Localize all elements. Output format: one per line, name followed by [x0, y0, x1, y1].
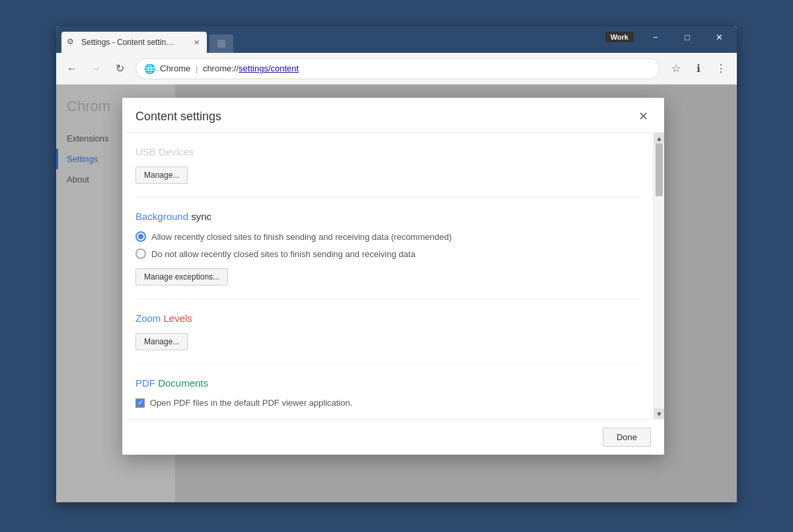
radio-disallow-sync-label: Do not allow recently closed sites to fi… [151, 249, 416, 259]
work-badge: Work [605, 32, 634, 42]
radio-allow-sync[interactable]: Allow recently closed sites to finish se… [135, 231, 640, 242]
tab-close-button[interactable]: ✕ [191, 37, 202, 48]
radio-allow-sync-input[interactable] [135, 231, 146, 242]
bg-sync-title-rest: sync [188, 211, 211, 222]
modal-title: Content settings [135, 110, 221, 124]
zoom-title-word2: Levels [161, 313, 192, 324]
modal-body: USB Devices Manage... Background sync Al [122, 133, 664, 419]
modal-scrollbar[interactable]: ▲ ▼ [654, 133, 664, 419]
page-area: Chrom Extensions Settings About Content … [56, 85, 737, 502]
address-text: Chrome | chrome://settings/content [160, 63, 652, 73]
browser-tab[interactable]: ⚙ Settings - Content settin… ✕ [61, 32, 207, 53]
maximize-button[interactable]: □ [672, 26, 702, 48]
back-button[interactable]: ← [61, 58, 83, 79]
modal-header: Content settings ✕ [122, 98, 664, 133]
pdf-checkbox-input[interactable]: ✓ [135, 399, 145, 408]
usb-devices-section: USB Devices Manage... [135, 133, 640, 198]
bookmark-button[interactable]: ☆ [665, 58, 687, 79]
zoom-manage-button[interactable]: Manage... [135, 333, 188, 350]
manage-exceptions-button[interactable]: Manage exceptions... [135, 268, 228, 285]
nav-icons-right: ☆ ℹ ⋮ [665, 58, 732, 79]
title-bar: ⚙ Settings - Content settin… ✕ Work − □ … [56, 26, 737, 53]
refresh-button[interactable]: ↻ [109, 58, 130, 79]
pdf-checkbox-label: Open PDF files in the default PDF viewer… [150, 398, 352, 408]
content-settings-modal: Content settings ✕ USB Devices Manage... [122, 98, 664, 455]
window-controls: Work − □ ✕ [603, 26, 737, 48]
window-close-button[interactable]: ✕ [704, 26, 734, 48]
browser-window: ⚙ Settings - Content settin… ✕ Work − □ … [56, 26, 737, 502]
address-bar[interactable]: 🌐 Chrome | chrome://settings/content [135, 58, 660, 79]
pdf-title-word3: Documents [158, 377, 208, 389]
bg-sync-title-word1: Background [135, 211, 188, 222]
pdf-section-title: PDF Documents [135, 377, 640, 389]
zoom-section-title: Zoom Levels [135, 313, 640, 324]
usb-section-title: USB Devices [135, 146, 640, 157]
modal-scroll-area[interactable]: USB Devices Manage... Background sync Al [122, 133, 654, 419]
scrollbar-down-button[interactable]: ▼ [654, 408, 664, 419]
done-button[interactable]: Done [603, 428, 651, 447]
bg-sync-section-title: Background sync [135, 211, 640, 222]
pdf-title-word1: PDF [135, 377, 155, 389]
address-prefix: Chrome [160, 63, 190, 73]
forward-button[interactable]: → [85, 58, 106, 79]
info-button[interactable]: ℹ [688, 58, 709, 79]
scrollbar-up-button[interactable]: ▲ [654, 133, 664, 143]
zoom-title-word1: Zoom [135, 313, 161, 324]
scrollbar-thumb[interactable] [656, 143, 663, 196]
tab-title: Settings - Content settin… [81, 38, 174, 47]
radio-disallow-sync[interactable]: Do not allow recently closed sites to fi… [135, 248, 640, 259]
menu-button[interactable]: ⋮ [710, 58, 732, 79]
zoom-levels-section: Zoom Levels Manage... [135, 299, 640, 364]
usb-manage-button[interactable]: Manage... [135, 167, 188, 184]
radio-allow-sync-label: Allow recently closed sites to finish se… [151, 232, 452, 242]
address-favicon: 🌐 [144, 63, 155, 74]
tab-favicon: ⚙ [67, 37, 77, 48]
svg-rect-0 [217, 40, 225, 48]
pdf-documents-section: PDF Documents ✓ Open PDF files in the de… [135, 364, 640, 419]
modal-footer: Done [122, 419, 664, 455]
background-sync-section: Background sync Allow recently closed si… [135, 198, 640, 299]
background-sync-radio-group: Allow recently closed sites to finish se… [135, 231, 640, 259]
modal-close-button[interactable]: ✕ [635, 108, 651, 124]
new-tab-icon [216, 38, 227, 49]
radio-disallow-sync-input[interactable] [135, 248, 146, 259]
new-tab-button[interactable] [209, 34, 233, 53]
minimize-button[interactable]: − [640, 26, 671, 48]
navigation-bar: ← → ↻ 🌐 Chrome | chrome://settings/conte… [56, 53, 737, 85]
address-separator: | [196, 63, 198, 73]
pdf-checkbox-item[interactable]: ✓ Open PDF files in the default PDF view… [135, 398, 640, 408]
address-url: chrome://settings/content [203, 63, 299, 73]
